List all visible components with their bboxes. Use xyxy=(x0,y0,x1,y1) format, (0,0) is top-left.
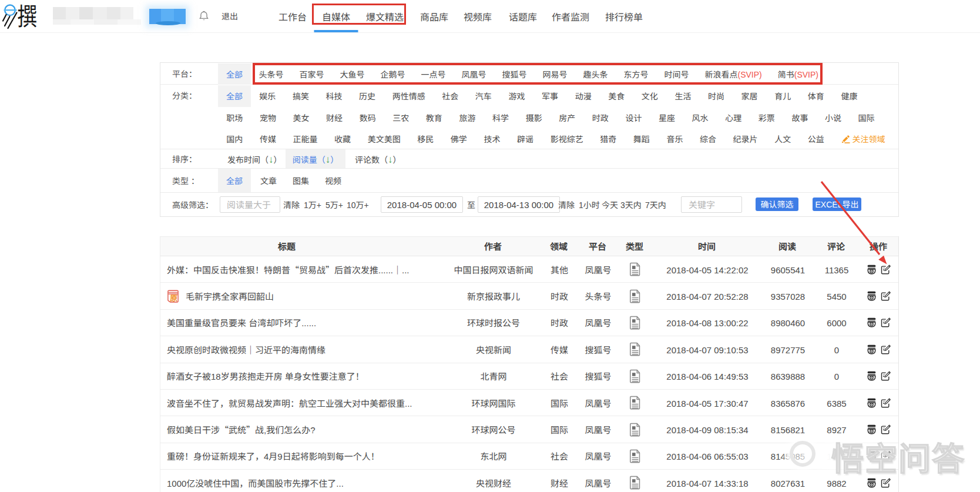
svg-text:撰: 撰 xyxy=(18,1,38,32)
